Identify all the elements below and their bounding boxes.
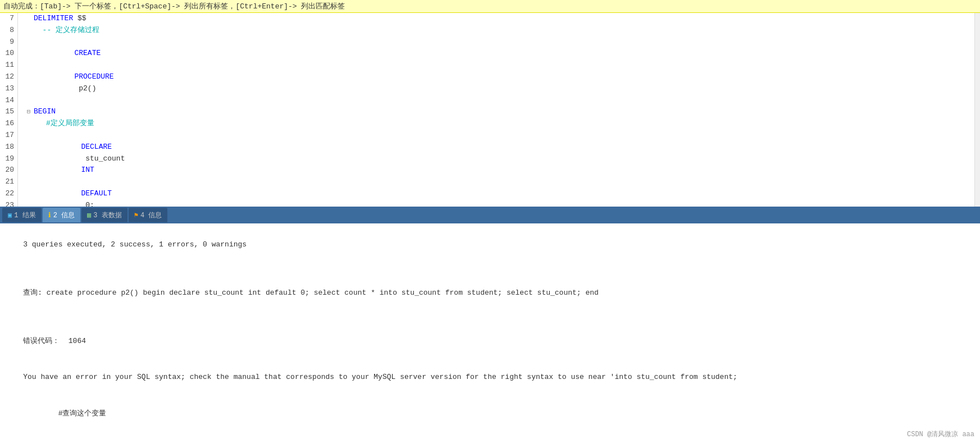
- ln-22: 22: [3, 188, 14, 200]
- line-numbers: 7 8 9 10 11 12 13 14 15 16 17 18 19 20 2…: [0, 13, 18, 207]
- ln-19: 19: [3, 153, 14, 165]
- code-content[interactable]: DELIMITER $$ -- 定义存储过程 CREATE PROCEDURE …: [18, 13, 980, 207]
- output-error-detail1: #查询这个变量: [6, 395, 974, 431]
- autocomplete-text: 自动完成：[Tab]-> 下一个标签，[Ctrl+Space]-> 列出所有标签…: [3, 2, 345, 11]
- ln-9: 9: [3, 36, 14, 48]
- ln-18: 18: [3, 141, 14, 153]
- output-blank2: [6, 311, 974, 323]
- tab-warn-label: 4 信息: [140, 211, 162, 220]
- ln-23: 23: [3, 200, 14, 207]
- ln-21: 21: [3, 176, 14, 188]
- fold-icon[interactable]: ⊟: [27, 108, 31, 115]
- ln-8: 8: [3, 25, 14, 36]
- tab-table-label: 3 表数据: [93, 211, 121, 220]
- ln-17: 17: [3, 130, 14, 141]
- code-line-11: CREATE PROCEDURE p2(): [24, 36, 980, 107]
- output-summary: 3 queries executed, 2 success, 1 errors,…: [6, 227, 974, 263]
- ln-14: 14: [3, 95, 14, 107]
- output-blank1: [6, 263, 974, 275]
- info-tab-icon: ℹ: [48, 211, 51, 219]
- output-area: 3 queries executed, 2 success, 1 errors,…: [0, 223, 980, 439]
- ln-12: 12: [3, 71, 14, 83]
- code-line-13: ⊟ BEGIN: [24, 106, 980, 118]
- editor-scrollbar[interactable]: [974, 13, 980, 207]
- output-error-detail2: select stu_count;: [6, 431, 974, 439]
- warn-tab-icon: ⚑: [134, 211, 138, 219]
- tab-table[interactable]: ▦ 3 表数据: [81, 208, 127, 222]
- output-error-msg: You have an error in your SQL syntax; ch…: [6, 359, 974, 395]
- ln-7: 7: [3, 13, 14, 25]
- autocomplete-bar: 自动完成：[Tab]-> 下一个标签，[Ctrl+Space]-> 列出所有标签…: [0, 0, 980, 13]
- code-line-10: -- 定义存储过程: [24, 25, 980, 36]
- watermark: CSDN @清风微凉 aaa: [907, 429, 974, 439]
- ln-13: 13: [3, 83, 14, 95]
- tab-info[interactable]: ℹ 2 信息: [43, 208, 80, 222]
- result-tab-icon: ▣: [8, 211, 12, 219]
- editor-area[interactable]: 7 8 9 10 11 12 13 14 15 16 17 18 19 20 2…: [0, 13, 980, 207]
- ln-11: 11: [3, 60, 14, 71]
- tab-result-label: 1 结果: [14, 211, 35, 220]
- ln-15: 15: [3, 106, 14, 118]
- tab-result[interactable]: ▣ 1 结果: [2, 208, 42, 222]
- ln-10: 10: [3, 48, 14, 60]
- code-line-15: DECLARE stu_count INT DEFAULT 0;: [24, 130, 980, 207]
- code-line-14: #定义局部变量: [24, 118, 980, 130]
- code-line-7: DELIMITER $$: [24, 13, 980, 25]
- output-error-code: 错误代码： 1064: [6, 323, 974, 359]
- tab-info-label: 2 信息: [53, 211, 75, 220]
- table-tab-icon: ▦: [87, 211, 91, 219]
- output-query1: 查询: create procedure p2() begin declare …: [6, 275, 974, 311]
- ln-20: 20: [3, 164, 14, 176]
- tab-warn[interactable]: ⚑ 4 信息: [129, 208, 168, 222]
- ln-16: 16: [3, 118, 14, 130]
- tab-bar: ▣ 1 结果 ℹ 2 信息 ▦ 3 表数据 ⚑ 4 信息: [0, 207, 980, 223]
